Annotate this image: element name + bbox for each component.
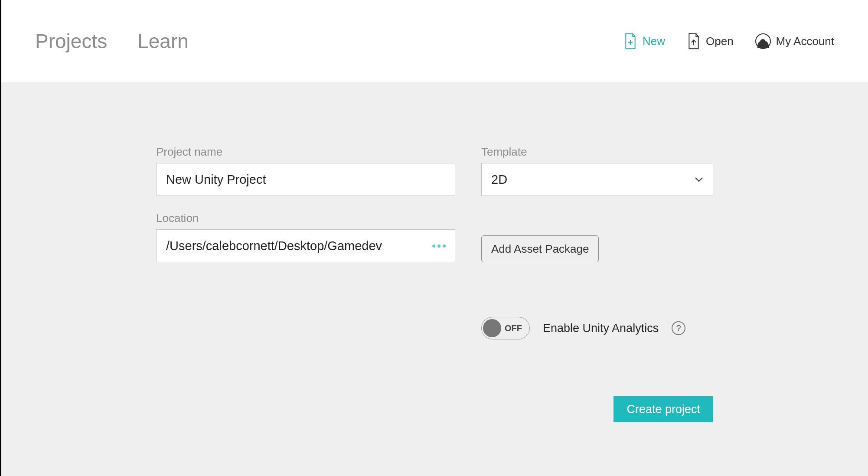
new-project-form: Project name Template 2D Location bbox=[156, 145, 713, 422]
tab-learn[interactable]: Learn bbox=[137, 29, 189, 53]
dot-icon bbox=[432, 245, 435, 248]
template-label: Template bbox=[481, 145, 713, 159]
open-file-icon bbox=[687, 33, 701, 50]
dot-icon bbox=[437, 245, 441, 248]
template-select[interactable]: 2D bbox=[481, 163, 713, 196]
content-area: Project name Template 2D Location bbox=[1, 82, 868, 476]
template-group: Template 2D bbox=[481, 145, 713, 196]
tab-projects[interactable]: Projects bbox=[35, 29, 107, 53]
new-label: New bbox=[643, 35, 665, 48]
location-browse-button[interactable] bbox=[432, 245, 446, 248]
location-label: Location bbox=[156, 212, 455, 225]
open-button[interactable]: Open bbox=[687, 33, 734, 50]
chevron-down-icon bbox=[695, 177, 703, 182]
add-asset-package-button[interactable]: Add Asset Package bbox=[481, 235, 599, 262]
analytics-help-button[interactable]: ? bbox=[672, 321, 685, 335]
new-file-icon bbox=[623, 33, 637, 50]
location-group: Location bbox=[156, 212, 455, 262]
account-label: My Account bbox=[776, 35, 834, 48]
analytics-toggle[interactable]: OFF bbox=[481, 317, 530, 339]
app-header: Projects Learn New Open bbox=[1, 0, 868, 82]
project-name-label: Project name bbox=[156, 145, 455, 159]
analytics-label: Enable Unity Analytics bbox=[543, 322, 659, 335]
project-name-input[interactable] bbox=[156, 163, 455, 196]
user-icon bbox=[755, 33, 771, 49]
header-actions: New Open My Account bbox=[623, 33, 834, 50]
account-button[interactable]: My Account bbox=[755, 33, 834, 49]
toggle-knob bbox=[483, 319, 501, 337]
template-value: 2D bbox=[491, 173, 507, 187]
new-button[interactable]: New bbox=[623, 33, 665, 50]
dot-icon bbox=[443, 245, 446, 248]
header-tabs: Projects Learn bbox=[35, 29, 189, 53]
create-project-button[interactable]: Create project bbox=[613, 396, 713, 422]
open-label: Open bbox=[706, 35, 734, 48]
analytics-row: OFF Enable Unity Analytics ? bbox=[481, 317, 713, 339]
toggle-state-label: OFF bbox=[505, 323, 522, 333]
project-name-group: Project name bbox=[156, 145, 455, 196]
location-input-wrap bbox=[156, 229, 455, 262]
add-package-container: Add Asset Package bbox=[481, 212, 713, 262]
location-input[interactable] bbox=[156, 229, 455, 262]
create-row: Create project bbox=[481, 396, 713, 422]
